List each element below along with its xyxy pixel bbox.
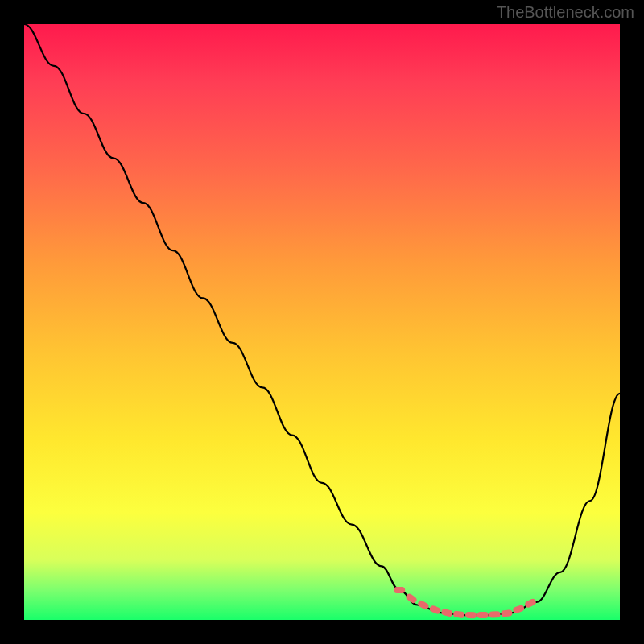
- dotted-marker: [489, 611, 500, 618]
- bottleneck-curve: [24, 24, 620, 615]
- dotted-marker: [501, 609, 513, 617]
- chart-plot-area: [24, 24, 620, 620]
- dotted-marker: [477, 612, 489, 618]
- dotted-marker: [465, 612, 477, 619]
- dotted-markers: [394, 587, 537, 618]
- chart-svg: [24, 24, 620, 620]
- dotted-marker: [441, 609, 454, 617]
- watermark-text: TheBottleneck.com: [497, 3, 634, 22]
- dotted-marker: [394, 587, 405, 593]
- dotted-marker: [453, 610, 465, 618]
